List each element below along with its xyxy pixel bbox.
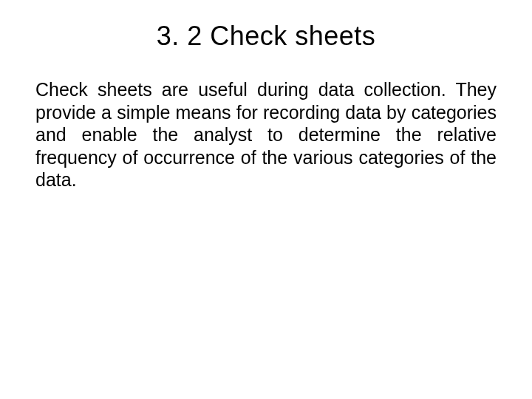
slide-body-text: Check sheets are useful during data coll… <box>35 78 497 191</box>
slide-title: 3. 2 Check sheets <box>35 21 497 52</box>
